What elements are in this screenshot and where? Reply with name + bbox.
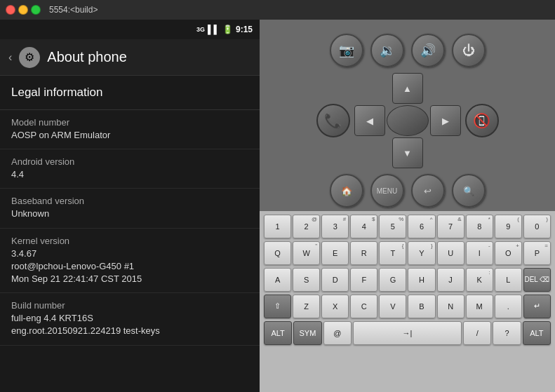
key-p[interactable]: =P bbox=[523, 241, 551, 265]
sym-label: SYM bbox=[300, 329, 316, 337]
android-version-label: Android version bbox=[11, 156, 248, 167]
key-5[interactable]: %5 bbox=[379, 215, 406, 238]
home-button[interactable]: 🏠 bbox=[330, 174, 363, 208]
key-2-label: 2 bbox=[305, 222, 309, 231]
key-0[interactable]: )0 bbox=[523, 215, 551, 238]
clock: 9:15 bbox=[236, 25, 253, 34]
power-button[interactable]: ⏻ bbox=[452, 34, 486, 67]
key-7-label: 7 bbox=[448, 222, 453, 231]
key-d[interactable]: D bbox=[321, 268, 349, 292]
end-call-button[interactable]: 📵 bbox=[465, 104, 499, 137]
search-icon: 🔍 bbox=[463, 186, 474, 196]
question-label: ? bbox=[504, 329, 509, 337]
key-l[interactable]: L bbox=[495, 268, 522, 292]
key-u[interactable]: U bbox=[437, 241, 464, 265]
back-button-ctrl[interactable]: ↩ bbox=[411, 174, 445, 208]
volume-down-icon: 🔉 bbox=[380, 43, 395, 58]
question-key[interactable]: ? bbox=[493, 321, 521, 345]
key-q[interactable]: Q bbox=[264, 241, 291, 265]
dpad-call-row: 📞 ▲ ◀ ▶ ▼ 📵 bbox=[316, 73, 499, 168]
key-5-label: 5 bbox=[391, 222, 395, 231]
volume-up-icon: 🔊 bbox=[420, 43, 436, 58]
key-e[interactable]: E bbox=[321, 241, 349, 265]
key-n-label: N bbox=[448, 302, 453, 311]
window-controls[interactable] bbox=[6, 5, 41, 15]
key-8[interactable]: *8 bbox=[466, 215, 493, 238]
key-g-label: G bbox=[390, 276, 396, 284]
key-comma[interactable]: . bbox=[495, 295, 522, 318]
dpad-center-button[interactable] bbox=[387, 105, 429, 136]
key-1[interactable]: 1 bbox=[264, 215, 291, 238]
key-m[interactable]: M bbox=[466, 295, 493, 318]
key-7[interactable]: &7 bbox=[437, 215, 464, 238]
model-number-label: Model number bbox=[11, 117, 248, 128]
maximize-button[interactable] bbox=[31, 5, 41, 15]
key-i[interactable]: -I bbox=[466, 241, 493, 265]
camera-button[interactable]: 📷 bbox=[330, 34, 363, 67]
dpad-right-button[interactable]: ▶ bbox=[430, 105, 461, 136]
build-number-value: full-eng 4.4 KRT16S eng.root.20150921.22… bbox=[11, 312, 248, 337]
enter-key[interactable]: ↵ bbox=[523, 295, 551, 318]
key-9[interactable]: (9 bbox=[495, 215, 522, 238]
key-g[interactable]: G bbox=[379, 268, 406, 292]
key-o[interactable]: +O bbox=[495, 241, 522, 265]
android-version-value: 4.4 bbox=[11, 168, 248, 181]
key-t[interactable]: {T bbox=[379, 241, 406, 265]
back-button[interactable]: ‹ bbox=[8, 51, 12, 64]
key-v[interactable]: V bbox=[379, 295, 406, 318]
space-key[interactable]: →| bbox=[353, 321, 462, 345]
key-k[interactable]: :K bbox=[466, 268, 493, 292]
key-6-sub: ^ bbox=[430, 216, 433, 222]
slash-key[interactable]: / bbox=[463, 321, 491, 345]
shift-key[interactable]: ⇧ bbox=[264, 295, 291, 318]
key-z[interactable]: Z bbox=[293, 295, 320, 318]
key-y[interactable]: }Y bbox=[408, 241, 435, 265]
key-3[interactable]: #3 bbox=[321, 215, 349, 238]
key-s[interactable]: S bbox=[293, 268, 320, 292]
close-button[interactable] bbox=[6, 5, 15, 15]
dpad-middle-row: ◀ ▶ bbox=[354, 105, 461, 136]
dpad-left-button[interactable]: ◀ bbox=[354, 105, 385, 136]
search-button[interactable]: 🔍 bbox=[452, 174, 486, 208]
key-n[interactable]: N bbox=[437, 295, 464, 318]
keyboard-row-a: A S D F G H J :K L DEL ⌫ bbox=[261, 266, 554, 293]
key-z-label: Z bbox=[304, 302, 309, 311]
key-q-label: Q bbox=[274, 249, 281, 257]
key-h[interactable]: H bbox=[408, 268, 435, 292]
end-call-icon: 📵 bbox=[473, 112, 490, 129]
keyboard-row-z: ⇧ Z X C V B N M . ↵ bbox=[261, 293, 554, 320]
menu-button[interactable]: MENU bbox=[370, 174, 404, 208]
top-bar: ‹ ⚙ About phone bbox=[0, 39, 260, 76]
at-key[interactable]: @ bbox=[323, 321, 352, 345]
key-f[interactable]: F bbox=[350, 268, 377, 292]
volume-down-button[interactable]: 🔉 bbox=[370, 34, 404, 67]
legal-information-item[interactable]: Legal information bbox=[0, 76, 260, 110]
alt-right-key[interactable]: ALT bbox=[523, 321, 551, 345]
key-x[interactable]: X bbox=[321, 295, 349, 318]
alt-left-key[interactable]: ALT bbox=[264, 321, 292, 345]
key-w[interactable]: "W bbox=[293, 241, 320, 265]
key-c[interactable]: C bbox=[350, 295, 377, 318]
key-t-label: T bbox=[391, 249, 396, 257]
key-j[interactable]: J bbox=[437, 268, 464, 292]
key-b[interactable]: B bbox=[408, 295, 435, 318]
key-a[interactable]: A bbox=[264, 268, 291, 292]
space-label: →| bbox=[403, 329, 413, 337]
key-9-label: 9 bbox=[506, 222, 510, 231]
volume-up-button[interactable]: 🔊 bbox=[411, 34, 445, 67]
delete-key[interactable]: DEL ⌫ bbox=[523, 268, 551, 292]
back-icon: ↩ bbox=[424, 186, 432, 196]
key-8-label: 8 bbox=[477, 222, 481, 231]
key-4[interactable]: $4 bbox=[350, 215, 377, 238]
key-2[interactable]: @2 bbox=[293, 215, 320, 238]
minimize-button[interactable] bbox=[18, 5, 28, 15]
dpad-up-button[interactable]: ▲ bbox=[392, 73, 423, 104]
key-6[interactable]: ^6 bbox=[408, 215, 435, 238]
key-o-label: O bbox=[505, 249, 511, 257]
sym-key[interactable]: SYM bbox=[293, 321, 321, 345]
call-button[interactable]: 📞 bbox=[316, 104, 350, 137]
key-r[interactable]: R bbox=[350, 241, 377, 265]
model-number-item: Model number AOSP on ARM Emulator bbox=[0, 110, 260, 149]
key-c-label: C bbox=[361, 302, 367, 311]
dpad-down-button[interactable]: ▼ bbox=[392, 137, 423, 168]
